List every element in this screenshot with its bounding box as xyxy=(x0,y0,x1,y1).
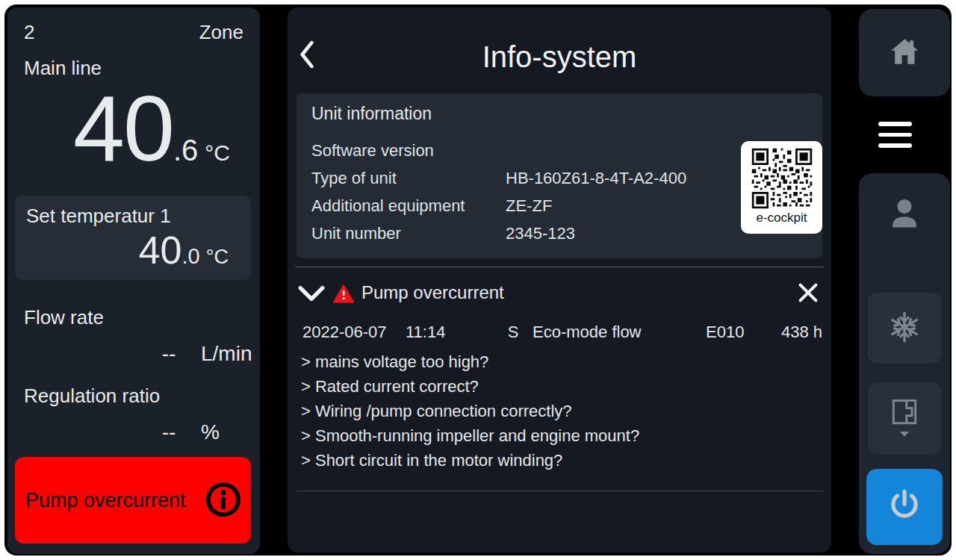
sidebar-mold-button[interactable] xyxy=(868,382,941,454)
close-icon[interactable] xyxy=(797,281,819,307)
alarm-code: E010 xyxy=(706,323,772,342)
row-label: Unit number xyxy=(311,224,506,243)
alarm-message: Eco-mode flow xyxy=(533,323,706,342)
row-value: ZE-ZF xyxy=(506,196,733,216)
row-value: HB-160Z61-8-4T-A2-400 xyxy=(506,169,733,188)
main-temperature-value: 40 xyxy=(73,77,173,180)
check-item: > Smooth-running impeller and engine mou… xyxy=(301,423,818,448)
snowflake-icon xyxy=(887,309,922,348)
mold-icon xyxy=(888,396,921,441)
alarm-meta-row: 2022-06-07 11:14 S Eco-mode flow E010 43… xyxy=(302,323,822,342)
set-temperature-unit: °C xyxy=(206,246,229,268)
zone-panel: 2 Zone Main line 40.6°C Set temperatur 1… xyxy=(7,7,260,554)
regulation-ratio-unit: % xyxy=(201,420,220,444)
sidebar-menu-button[interactable] xyxy=(844,96,946,173)
unit-info-row: Software version xyxy=(311,137,733,164)
user-icon xyxy=(886,194,923,237)
check-item: > Rated current correct? xyxy=(301,374,818,399)
alarm-runtime: 438 h xyxy=(772,323,822,342)
flow-rate-unit: L/min xyxy=(201,342,252,366)
main-temperature: 40.6°C xyxy=(7,82,230,175)
alarm-banner[interactable]: Pump overcurrent xyxy=(15,457,251,544)
set-temperature-card[interactable]: Set temperatur 1 40.0°C xyxy=(15,196,251,280)
check-item: > Wiring /pump connection correctly? xyxy=(301,399,818,423)
alarm-state: S xyxy=(494,323,533,342)
alarm-detail-header: Pump overcurrent xyxy=(288,279,831,309)
zone-label: Zone xyxy=(199,21,243,44)
alarm-detail-title: Pump overcurrent xyxy=(361,282,504,303)
flow-rate-row: -- L/min xyxy=(7,342,260,367)
unit-info-row: Unit number 2345-123 xyxy=(311,220,733,247)
main-temperature-fraction: .6 xyxy=(173,134,198,167)
regulation-ratio-label: Regulation ratio xyxy=(24,385,160,408)
power-icon xyxy=(887,488,922,526)
chevron-down-icon[interactable] xyxy=(298,284,325,305)
alarm-checklist: > mains voltage too high? > Rated curren… xyxy=(301,349,818,473)
sidebar-home-button[interactable] xyxy=(859,9,950,96)
page-title: Info-system xyxy=(288,40,831,74)
unit-info-row: Additional equipment ZE-ZF xyxy=(311,192,733,220)
qr-code-icon xyxy=(750,146,814,211)
sidebar-cooling-button[interactable] xyxy=(868,293,941,364)
flow-rate-label: Flow rate xyxy=(24,306,104,329)
sidebar-power-button[interactable] xyxy=(866,469,943,545)
regulation-ratio-value: -- xyxy=(152,420,186,444)
unit-information-rows: Software version Type of unit HB-160Z61-… xyxy=(311,137,733,247)
sidebar-column xyxy=(859,173,950,554)
check-item: > mains voltage too high? xyxy=(301,349,818,374)
qr-card: e-cockpit xyxy=(741,141,822,234)
device-screen: 2 Zone Main line 40.6°C Set temperatur 1… xyxy=(4,4,952,556)
row-label: Type of unit xyxy=(311,169,506,188)
row-label: Additional equipment xyxy=(311,196,506,216)
set-temperature-fraction: .0 xyxy=(182,244,200,268)
divider xyxy=(295,267,824,267)
set-temperature-label: Set temperatur 1 xyxy=(26,205,171,228)
flow-rate-value: -- xyxy=(152,342,186,366)
row-value: 2345-123 xyxy=(506,224,733,243)
divider xyxy=(295,491,824,491)
home-icon xyxy=(887,35,922,71)
unit-information-card: Unit information Software version Type o… xyxy=(297,93,822,258)
sidebar-user-button[interactable] xyxy=(859,194,950,237)
info-icon[interactable] xyxy=(204,480,243,522)
main-temperature-unit: °C xyxy=(205,140,230,165)
alarm-date: 2022-06-07 xyxy=(302,323,406,342)
row-label: Software version xyxy=(311,141,506,161)
zone-number: 2 xyxy=(24,21,34,44)
unit-info-row: Type of unit HB-160Z61-8-4T-A2-400 xyxy=(311,164,733,192)
zone-header: 2 Zone xyxy=(24,21,243,44)
warning-triangle-icon xyxy=(332,284,355,307)
alarm-banner-label: Pump overcurrent xyxy=(25,457,186,544)
set-temperature-value: 40.0°C xyxy=(139,231,229,270)
unit-information-title: Unit information xyxy=(311,104,432,124)
menu-icon xyxy=(878,122,912,148)
info-system-panel: Info-system Unit information Software ve… xyxy=(288,7,831,553)
regulation-ratio-row: -- % xyxy=(7,420,260,446)
alarm-time: 11:14 xyxy=(406,323,494,342)
set-temperature-int: 40 xyxy=(139,228,182,272)
qr-label: e-cockpit xyxy=(741,211,822,224)
check-item: > Short circuit in the motor winding? xyxy=(301,448,818,473)
